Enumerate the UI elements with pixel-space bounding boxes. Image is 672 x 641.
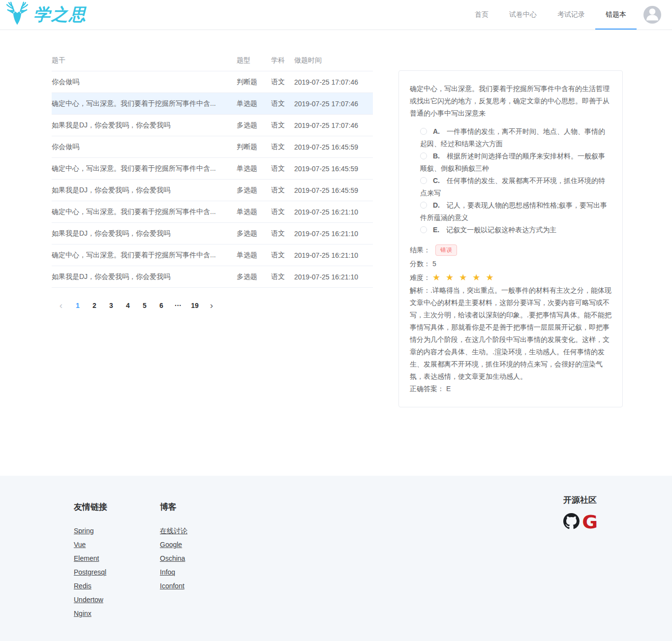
footer-link-spring[interactable]: Spring xyxy=(74,527,93,535)
table-row[interactable]: 确定中心，写出深意。我们要着于挖掘所写事件中含... 单选题 语文 2019-0… xyxy=(52,158,373,180)
row-subject: 语文 xyxy=(271,186,294,195)
prev-page-icon[interactable]: ‹ xyxy=(54,299,68,312)
community-column: 开源社区 G xyxy=(563,494,597,531)
row-subject: 语文 xyxy=(271,273,294,281)
difficulty-row: 难度： ★ ★ ★ ★ ★ xyxy=(410,272,611,284)
table-header-row: 题干 题型 学科 做题时间 xyxy=(52,50,373,71)
footer-link-undertow[interactable]: Undertow xyxy=(74,596,103,604)
question-detail-card: 确定中心，写出深意。我们要着于挖掘所写事件中含有的生活哲理或找出它闪光的地方，反… xyxy=(398,70,623,407)
page-number-19[interactable]: 19 xyxy=(187,299,202,312)
option-text: 记叙文一般以记叙这种表达方式为主 xyxy=(446,226,556,234)
option-letter: A. xyxy=(433,127,440,135)
result-badge: 错误 xyxy=(435,244,457,256)
nav-item-paper-center[interactable]: 试卷中心 xyxy=(499,0,547,30)
star-rating-icon: ★ ★ ★ ★ ★ xyxy=(432,273,495,282)
col-header-subject: 学科 xyxy=(271,56,294,65)
answer-value: E xyxy=(446,385,451,393)
table-row[interactable]: 确定中心，写出深意。我们要着于挖掘所写事件中含... 单选题 语文 2019-0… xyxy=(52,244,373,266)
footer-link-oschina[interactable]: Oschina xyxy=(160,554,185,562)
footer-link-postgresql[interactable]: Postgresql xyxy=(74,568,106,576)
row-type: 单选题 xyxy=(237,99,271,108)
row-stem: 如果我是DJ，你会爱我吗，你会爱我吗 xyxy=(52,273,237,281)
pagination-ellipsis[interactable]: ··· xyxy=(171,299,185,312)
option-text: 记人，要表现人物的思想感情和性格;叙事，要写出事件所蕴涵的意义 xyxy=(420,201,607,221)
footer-link-infoq[interactable]: Infoq xyxy=(160,568,175,576)
row-time: 2019-07-25 17:07:46 xyxy=(294,100,373,108)
option-c[interactable]: C.任何事情的发生、发展都离不开环境，抓住环境的特点来写 xyxy=(410,175,611,199)
footer-link-google[interactable]: Google xyxy=(160,541,182,549)
next-page-icon[interactable]: › xyxy=(204,299,219,312)
page-number-2[interactable]: 2 xyxy=(87,299,102,312)
table-row[interactable]: 你会做吗 判断题 语文 2019-07-25 16:45:59 xyxy=(52,136,373,158)
user-avatar[interactable] xyxy=(643,6,661,24)
option-letter: B. xyxy=(433,152,440,160)
score-value: 5 xyxy=(432,260,436,268)
table-row-selected[interactable]: 确定中心，写出深意。我们要着于挖掘所写事件中含... 单选题 语文 2019-0… xyxy=(52,93,373,115)
option-a[interactable]: A.一件事情的发生，离不开时间、地点、人物、事情的起因、经过和结果这六方面 xyxy=(410,125,611,150)
footer-link-redis[interactable]: Redis xyxy=(74,582,92,590)
table-row[interactable]: 你会做吗 判断题 语文 2019-07-25 17:07:46 xyxy=(52,71,373,93)
row-type: 判断题 xyxy=(237,78,271,87)
row-type: 多选题 xyxy=(237,273,271,281)
table-row[interactable]: 确定中心，写出深意。我们要着于挖掘所写事件中含... 单选题 语文 2019-0… xyxy=(52,201,373,223)
gitee-icon[interactable]: G xyxy=(582,514,598,530)
pagination: ‹ 1 2 3 4 5 6 ··· 19 › xyxy=(53,299,373,312)
radio-icon xyxy=(420,177,427,184)
row-time: 2019-07-25 17:07:46 xyxy=(294,122,373,129)
table-row[interactable]: 如果我是DJ，你会爱我吗，你会爱我吗 多选题 语文 2019-07-25 17:… xyxy=(52,115,373,136)
table-row[interactable]: 如果我是DJ，你会爱我吗，你会爱我吗 多选题 语文 2019-07-25 16:… xyxy=(52,223,373,244)
score-row: 分数： 5 xyxy=(410,258,611,270)
row-subject: 语文 xyxy=(271,121,294,130)
table-row[interactable]: 如果我是DJ，你会爱我吗，你会爱我吗 多选题 语文 2019-07-25 16:… xyxy=(52,180,373,201)
row-time: 2019-07-25 17:07:46 xyxy=(294,78,373,86)
row-type: 单选题 xyxy=(237,208,271,216)
main-content: 题干 题型 学科 做题时间 你会做吗 判断题 语文 2019-07-25 17:… xyxy=(0,30,672,476)
page-number-6[interactable]: 6 xyxy=(154,299,169,312)
analysis-label: 解析： xyxy=(410,286,430,294)
option-b[interactable]: B.根据所述时间选择合理的顺序来安排材料。一般叙事顺叙、倒叙和插叙三种 xyxy=(410,150,611,175)
row-subject: 语文 xyxy=(271,251,294,260)
nav-item-exam-records[interactable]: 考试记录 xyxy=(547,0,595,30)
row-stem: 你会做吗 xyxy=(52,143,237,152)
question-stem: 确定中心，写出深意。我们要着于挖掘所写事件中含有的生活哲理或找出它闪光的地方，反… xyxy=(410,83,611,120)
page-number-4[interactable]: 4 xyxy=(121,299,135,312)
difficulty-label: 难度： xyxy=(410,274,430,281)
row-stem: 如果我是DJ，你会爱我吗，你会爱我吗 xyxy=(52,229,237,238)
result-label: 结果： xyxy=(410,244,430,256)
col-header-type: 题型 xyxy=(237,56,271,65)
brand-logo[interactable]: 学之思 xyxy=(3,1,87,29)
footer-link-iconfont[interactable]: Iconfont xyxy=(160,582,184,590)
footer-link-nginx[interactable]: Nginx xyxy=(74,610,92,617)
row-subject: 语文 xyxy=(271,208,294,216)
header: 学之思 首页 试卷中心 考试记录 错题本 xyxy=(0,0,672,30)
footer-link-discussion[interactable]: 在线讨论 xyxy=(160,527,187,535)
page-number-5[interactable]: 5 xyxy=(137,299,152,312)
page-number-1[interactable]: 1 xyxy=(70,299,85,312)
option-letter: E. xyxy=(433,226,439,234)
nav-item-home[interactable]: 首页 xyxy=(464,0,499,30)
github-icon[interactable] xyxy=(563,513,580,531)
option-letter: D. xyxy=(433,201,440,209)
radio-icon xyxy=(420,153,427,159)
community-title: 开源社区 xyxy=(563,494,597,506)
table-row[interactable]: 如果我是DJ，你会爱我吗，你会爱我吗 多选题 语文 2019-07-25 16:… xyxy=(52,266,373,288)
row-type: 多选题 xyxy=(237,229,271,238)
nav-item-wrong-book[interactable]: 错题本 xyxy=(595,0,637,30)
row-stem: 你会做吗 xyxy=(52,78,237,87)
result-row: 结果： 错误 xyxy=(410,244,611,256)
row-time: 2019-07-25 16:21:10 xyxy=(294,273,373,281)
row-time: 2019-07-25 16:21:10 xyxy=(294,208,373,216)
correct-answer-row: 正确答案： E xyxy=(410,383,611,395)
options-list: A.一件事情的发生，离不开时间、地点、人物、事情的起因、经过和结果这六方面 B.… xyxy=(410,125,611,236)
page-number-3[interactable]: 3 xyxy=(104,299,119,312)
footer-link-element[interactable]: Element xyxy=(74,554,99,562)
option-d[interactable]: D.记人，要表现人物的思想感情和性格;叙事，要写出事件所蕴涵的意义 xyxy=(410,199,611,224)
row-subject: 语文 xyxy=(271,229,294,238)
option-e[interactable]: E.记叙文一般以记叙这种表达方式为主 xyxy=(410,224,611,236)
wrong-question-table: 题干 题型 学科 做题时间 你会做吗 判断题 语文 2019-07-25 17:… xyxy=(52,50,373,312)
blog-title: 博客 xyxy=(160,501,187,513)
col-header-stem: 题干 xyxy=(52,56,237,65)
row-time: 2019-07-25 16:45:59 xyxy=(294,165,373,173)
footer-link-vue[interactable]: Vue xyxy=(74,541,86,549)
row-type: 多选题 xyxy=(237,121,271,130)
